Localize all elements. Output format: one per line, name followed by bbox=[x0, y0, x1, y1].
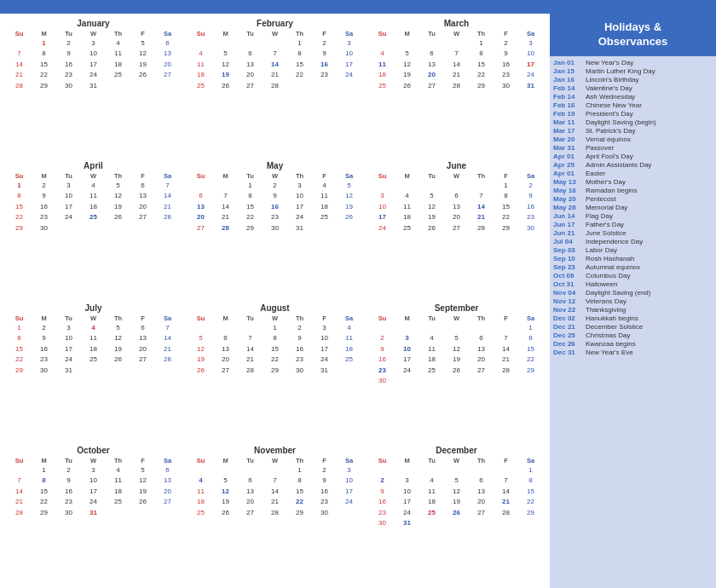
day-cell: 8 bbox=[32, 49, 56, 59]
empty-cell bbox=[395, 181, 419, 191]
month-block: DecemberSuMTuWThFSa123456789101112131415… bbox=[367, 444, 546, 585]
day-cell: 18 bbox=[395, 212, 419, 222]
day-cell: 17 bbox=[56, 344, 81, 355]
day-cell: 10 bbox=[395, 487, 419, 497]
day-cell: 9 bbox=[263, 191, 287, 201]
day-header: Su bbox=[7, 314, 32, 323]
day-cell: 15 bbox=[32, 487, 56, 497]
holiday-row: Nov 04Daylight Saving (end) bbox=[553, 289, 713, 297]
day-cell: 31 bbox=[56, 366, 81, 376]
holiday-row: Mar 31Passover bbox=[553, 144, 713, 152]
day-cell: 26 bbox=[130, 70, 155, 80]
day-cell: 24 bbox=[337, 497, 361, 507]
holiday-name: Daylight Saving (end) bbox=[586, 289, 650, 297]
day-cell: 25 bbox=[81, 212, 106, 222]
day-cell: 17 bbox=[370, 212, 395, 222]
holiday-name: Lincoln's Birthday bbox=[586, 76, 638, 84]
day-cell: 1 bbox=[287, 38, 312, 49]
day-header: Sa bbox=[518, 314, 543, 323]
month-block: MaySuMTuWThFSa12345678910111213141516171… bbox=[185, 159, 365, 300]
day-header: Tu bbox=[238, 171, 263, 181]
holiday-row: Dec 31New Year's Eve bbox=[553, 349, 713, 356]
empty-cell bbox=[370, 38, 395, 49]
day-header: Su bbox=[7, 456, 32, 465]
holiday-name: Mother's Day bbox=[586, 178, 626, 186]
day-header: Tu bbox=[419, 314, 444, 323]
month-grid: SuMTuWThFSa12345678910111213141516171819… bbox=[188, 314, 361, 376]
day-cell: 21 bbox=[494, 355, 518, 365]
day-cell: 20 bbox=[188, 212, 213, 222]
day-header: W bbox=[444, 314, 469, 323]
day-cell: 16 bbox=[370, 497, 395, 507]
holiday-row: Mar 11Daylight Saving (begin) bbox=[553, 118, 713, 126]
day-cell: 12 bbox=[213, 60, 238, 70]
day-cell: 30 bbox=[32, 223, 56, 233]
holiday-date: Nov 12 bbox=[553, 297, 586, 305]
holiday-date: Jun 14 bbox=[553, 212, 586, 220]
day-cell: 18 bbox=[81, 344, 106, 355]
day-cell: 19 bbox=[444, 355, 469, 365]
holiday-date: Oct 08 bbox=[553, 272, 586, 280]
day-cell: 7 bbox=[7, 476, 32, 486]
day-cell: 3 bbox=[518, 38, 543, 49]
day-cell: 11 bbox=[188, 60, 213, 70]
day-cell: 2 bbox=[370, 333, 395, 343]
holiday-date: Dec 02 bbox=[553, 314, 586, 322]
month-title: May bbox=[188, 161, 361, 170]
day-cell: 23 bbox=[312, 497, 337, 507]
empty-cell bbox=[213, 38, 238, 49]
holiday-date: Feb 14 bbox=[553, 93, 586, 101]
day-cell: 25 bbox=[106, 70, 130, 80]
day-cell: 2 bbox=[518, 181, 543, 191]
day-cell: 21 bbox=[263, 497, 287, 507]
day-header: Sa bbox=[155, 314, 180, 323]
day-cell: 1 bbox=[494, 181, 518, 191]
day-header: W bbox=[263, 314, 287, 323]
day-cell: 29 bbox=[238, 223, 263, 233]
day-cell: 17 bbox=[395, 355, 419, 365]
day-cell: 8 bbox=[287, 49, 312, 59]
holiday-name: Labor Day bbox=[586, 246, 617, 254]
day-cell: 12 bbox=[213, 487, 238, 497]
holiday-date: Jan 15 bbox=[553, 67, 586, 75]
day-cell: 10 bbox=[370, 202, 395, 212]
day-cell: 22 bbox=[287, 497, 312, 507]
day-cell: 19 bbox=[444, 497, 469, 507]
holiday-name: Thanksgiving bbox=[586, 306, 626, 314]
holiday-date: Apr 25 bbox=[553, 161, 586, 169]
day-cell: 5 bbox=[337, 181, 361, 191]
month-grid: SuMTuWThFSa12345678910111213141516171819… bbox=[7, 314, 180, 376]
day-cell: 2 bbox=[312, 38, 337, 49]
day-cell: 13 bbox=[213, 344, 238, 355]
day-cell: 27 bbox=[469, 508, 494, 518]
empty-cell bbox=[238, 323, 263, 333]
day-header: W bbox=[263, 456, 287, 465]
empty-cell bbox=[263, 465, 287, 476]
day-cell: 14 bbox=[213, 202, 238, 212]
day-cell: 2 bbox=[32, 323, 56, 333]
day-cell: 16 bbox=[312, 487, 337, 497]
day-cell: 6 bbox=[155, 38, 180, 49]
day-cell: 19 bbox=[337, 202, 361, 212]
day-cell: 18 bbox=[188, 70, 213, 80]
holiday-date: Nov 22 bbox=[553, 306, 586, 314]
day-cell: 18 bbox=[370, 70, 395, 80]
day-header: F bbox=[494, 456, 518, 465]
holiday-name: Chinese New Year bbox=[586, 101, 642, 109]
holiday-date: Dec 25 bbox=[553, 331, 586, 339]
day-cell: 3 bbox=[81, 38, 106, 49]
month-grid: SuMTuWThFSa12345678910111213141516171819… bbox=[7, 171, 180, 233]
day-cell: 28 bbox=[469, 223, 494, 233]
day-cell: 29 bbox=[7, 366, 32, 376]
day-header: W bbox=[263, 171, 287, 181]
day-cell: 9 bbox=[370, 487, 395, 497]
day-cell: 21 bbox=[444, 70, 469, 80]
day-cell: 6 bbox=[238, 49, 263, 59]
day-header: M bbox=[32, 171, 56, 181]
day-cell: 29 bbox=[263, 366, 287, 376]
day-cell: 5 bbox=[130, 465, 155, 476]
day-cell: 25 bbox=[81, 355, 106, 365]
holiday-name: Valentine's Day bbox=[586, 84, 632, 92]
empty-cell bbox=[188, 181, 213, 191]
day-cell: 30 bbox=[32, 366, 56, 376]
